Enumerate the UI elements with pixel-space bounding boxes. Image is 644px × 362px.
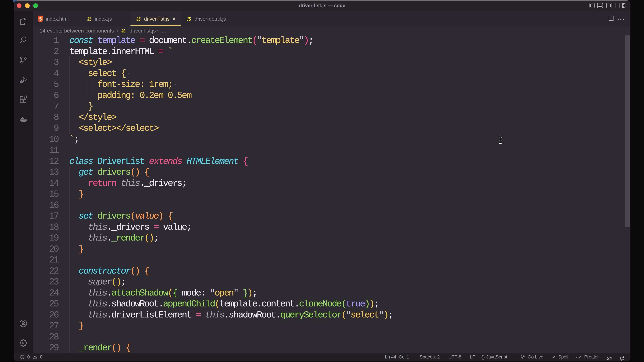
- svg-text:5: 5: [39, 16, 42, 22]
